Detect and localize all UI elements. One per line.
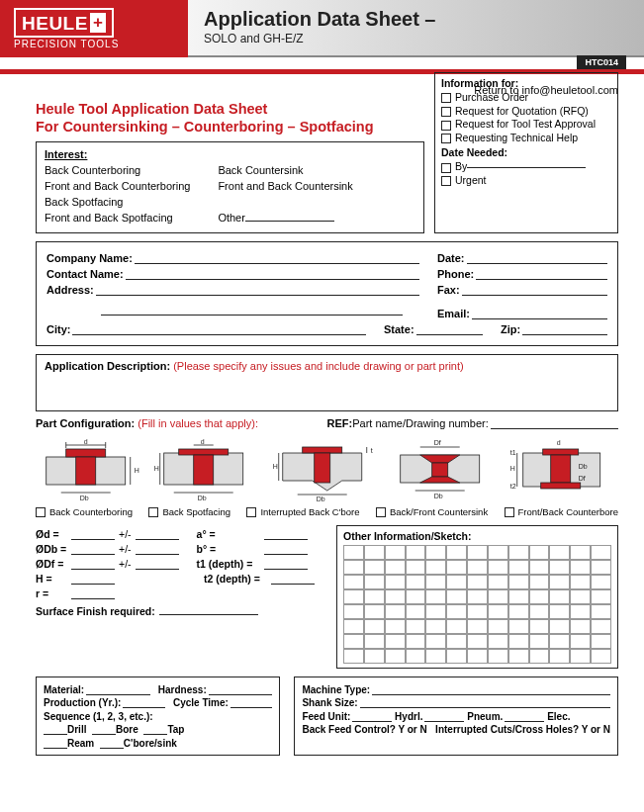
seq-drill[interactable] <box>44 734 67 735</box>
phone-input[interactable] <box>476 268 607 280</box>
checkbox-urgent[interactable] <box>441 176 451 186</box>
t2-input[interactable] <box>271 584 315 585</box>
seq-tap[interactable] <box>143 734 167 735</box>
svg-rect-39 <box>540 483 580 489</box>
app-description-box[interactable]: Application Description: (Please specify… <box>36 354 618 411</box>
page-title: Application Data Sheet – <box>204 8 628 31</box>
doc-code: HTC014 <box>577 55 626 69</box>
cb-csink[interactable] <box>376 507 386 517</box>
zip-input[interactable] <box>522 323 607 335</box>
diagram-back-spotface: d H Db <box>153 439 263 502</box>
address-input[interactable] <box>96 284 419 296</box>
svg-text:H: H <box>154 465 159 472</box>
material-box: Material:Hardness: Production (Yr.):Cycl… <box>36 677 280 756</box>
diagram-interrupted: H t Db <box>272 439 382 502</box>
checkbox-tech[interactable] <box>441 134 451 143</box>
svg-text:Db: Db <box>434 493 443 499</box>
svg-text:d: d <box>201 439 205 445</box>
header: HEULE+ PRECISION TOOLS Application Data … <box>0 0 644 57</box>
sfr-input[interactable] <box>159 614 258 615</box>
checkbox-po[interactable] <box>441 93 451 103</box>
svg-text:Db: Db <box>578 463 587 470</box>
sheet-title-2: For Countersinking – Counterboring – Spo… <box>36 118 424 135</box>
t1-input[interactable] <box>264 569 308 570</box>
shank-input[interactable] <box>360 707 610 708</box>
svg-text:H: H <box>135 467 139 474</box>
diagram-front-back-cbore: d H t1 t2 Db Df <box>508 439 618 502</box>
checkbox-by[interactable] <box>441 163 451 173</box>
svg-text:Db: Db <box>80 495 89 501</box>
state-input[interactable] <box>416 323 483 335</box>
checkbox-test[interactable] <box>441 121 451 131</box>
dimensions: Ød =+/-a° = ØDb =+/-b° = ØDf =+/-t1 (dep… <box>36 525 322 669</box>
b-input[interactable] <box>264 554 308 555</box>
svg-text:d: d <box>84 439 88 445</box>
production-input[interactable] <box>123 707 165 708</box>
date-input[interactable] <box>467 252 607 264</box>
cb-fb-cbore[interactable] <box>505 507 514 517</box>
hardness-input[interactable] <box>209 694 273 695</box>
r-input[interactable] <box>71 598 115 599</box>
checkbox-rfq[interactable] <box>441 107 451 117</box>
info-for-box: Information for: Purchase Order Request … <box>434 72 618 233</box>
od-tol[interactable] <box>136 539 179 540</box>
svg-rect-37 <box>542 449 578 455</box>
logo-text: HEULE <box>22 13 88 35</box>
company-input[interactable] <box>135 252 419 264</box>
odf-input[interactable] <box>71 569 115 570</box>
a-input[interactable] <box>264 539 308 540</box>
city-input[interactable] <box>72 323 366 335</box>
interest-header: Interest: <box>45 148 415 160</box>
svg-text:Db: Db <box>317 496 325 502</box>
svg-rect-20 <box>303 447 342 453</box>
diagram-back-counterbore: d H Db <box>36 439 145 502</box>
material-input[interactable] <box>86 694 150 695</box>
machine-box: Machine Type: Shank Size: Feed Unit: Hyd… <box>294 677 618 756</box>
sheet-title-1: Heule Tool Application Data Sheet <box>36 100 424 118</box>
sketch-grid[interactable] <box>343 545 611 664</box>
address-line2[interactable] <box>101 304 403 316</box>
odf-tol[interactable] <box>136 569 179 570</box>
h-input[interactable] <box>71 584 115 585</box>
odb-input[interactable] <box>71 554 115 555</box>
svg-text:H: H <box>509 465 514 472</box>
feed-input[interactable] <box>352 721 392 722</box>
svg-rect-21 <box>315 453 330 483</box>
diagrams-row: d H Db d H Db <box>36 439 618 502</box>
seq-ream[interactable] <box>44 748 67 749</box>
part-config-row: Part Configuration: (Fill in values that… <box>36 417 618 429</box>
svg-text:d: d <box>556 439 560 446</box>
cb-back-spot[interactable] <box>148 507 158 517</box>
svg-rect-1 <box>66 449 106 457</box>
svg-text:Df: Df <box>578 475 585 482</box>
seq-cbore[interactable] <box>100 748 124 749</box>
svg-rect-38 <box>550 455 570 483</box>
svg-text:Db: Db <box>198 495 207 501</box>
pneum-input[interactable] <box>505 721 544 722</box>
title-band: Application Data Sheet – SOLO and GH-E/Z <box>188 0 644 57</box>
other-input[interactable] <box>245 221 334 222</box>
svg-rect-12 <box>179 449 229 455</box>
logo: HEULE+ PRECISION TOOLS <box>0 0 188 57</box>
logo-subtitle: PRECISION TOOLS <box>14 39 174 49</box>
machine-input[interactable] <box>372 694 610 695</box>
info-header: Information for: <box>441 77 611 89</box>
email-input[interactable] <box>472 308 607 319</box>
odb-tol[interactable] <box>136 554 179 555</box>
contact-box: Company Name: Date: Contact Name: Phone:… <box>36 241 618 346</box>
by-date-input[interactable] <box>467 167 586 168</box>
cb-back-cbore[interactable] <box>36 507 46 517</box>
svg-text:t2: t2 <box>509 483 515 490</box>
svg-rect-2 <box>76 457 96 485</box>
ref-input[interactable] <box>491 417 618 429</box>
config-checks: Back Counterboring Back Spotfacing Inter… <box>36 506 618 517</box>
seq-bore[interactable] <box>92 734 116 735</box>
fax-input[interactable] <box>462 284 607 296</box>
cycle-input[interactable] <box>230 707 273 708</box>
contact-name-input[interactable] <box>126 268 419 280</box>
interest-col2: Back Countersink Front and Back Counters… <box>218 163 352 226</box>
hydrl-input[interactable] <box>424 721 464 722</box>
svg-text:t: t <box>371 447 373 454</box>
od-input[interactable] <box>71 539 115 540</box>
cb-interrupted[interactable] <box>246 507 256 517</box>
